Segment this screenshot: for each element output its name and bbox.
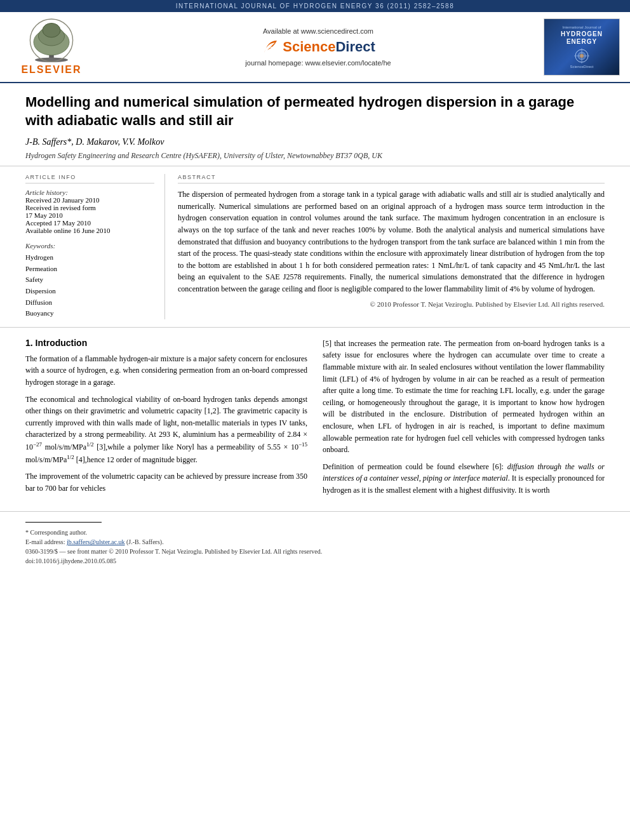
journal-homepage-text: journal homepage: www.elsevier.com/locat…: [93, 59, 544, 67]
article-meta-section: Article Info Article history: Received 2…: [0, 166, 630, 328]
corresponding-author-note: * Corresponding author.: [25, 528, 605, 537]
keyword-buoyancy: Buoyancy: [25, 308, 154, 319]
keywords-label: Keywords:: [25, 242, 154, 250]
history-label: Article history:: [25, 189, 154, 196]
abstract-title: Abstract: [178, 174, 605, 183]
article-footer: * Corresponding author. E-mail address: …: [0, 511, 630, 568]
elsevier-tree-icon: [20, 18, 83, 63]
copyright-line: © 2010 Professor T. Nejat Veziroglu. Pub…: [178, 300, 605, 308]
accepted-date: Accepted 17 May 2010: [25, 219, 154, 227]
article-title-section: Modelling and numerical simulation of pe…: [0, 83, 630, 166]
keyword-hydrogen: Hydrogen: [25, 252, 154, 263]
section-number: 1.: [25, 338, 33, 348]
issn-note: 0360-3199/$ — see front matter © 2010 Pr…: [25, 547, 605, 556]
intro-paragraph-1: The formation of a flammable hydrogen-ai…: [25, 353, 307, 389]
introduction-heading: 1. Introduction: [25, 338, 307, 348]
email-address[interactable]: jb.saffers@ulster.ac.uk: [67, 538, 125, 545]
email-note: E-mail address: jb.saffers@ulster.ac.uk …: [25, 537, 605, 547]
sciencedirect-leaf-icon: [261, 37, 280, 57]
keywords-section: Keywords: Hydrogen Permeation Safety Dis…: [25, 242, 154, 319]
body-left-column: 1. Introduction The formation of a flamm…: [25, 338, 307, 502]
journal-cover-graphic: [569, 48, 594, 64]
keyword-diffusion: Diffusion: [25, 297, 154, 309]
keyword-permeation: Permeation: [25, 263, 154, 275]
affiliation: Hydrogen Safety Engineering and Research…: [25, 151, 605, 161]
right-paragraph-1: [5] that increases the permeation rate. …: [323, 338, 605, 456]
right-paragraph-2: Definition of permeation could be found …: [323, 461, 605, 497]
abstract-column: Abstract The dispersion of permeated hyd…: [165, 174, 605, 319]
elsevier-logo: ELSEVIER: [10, 18, 93, 76]
article-info-column: Article Info Article history: Received 2…: [25, 174, 165, 319]
email-label: E-mail address:: [25, 538, 65, 545]
article-info-title: Article Info: [25, 174, 154, 183]
received-date1: Received 20 January 2010: [25, 196, 154, 204]
sciencedirect-name: ScienceDirect: [283, 39, 375, 55]
footnote-separator: [25, 522, 102, 523]
received-revised-label: Received in revised form: [25, 204, 154, 211]
authors: J-B. Saffers*, D. Makarov, V.V. Molkov: [25, 137, 605, 147]
journal-cover: International Journal of HYDROGENENERGY …: [544, 18, 620, 76]
email-name: (J.-B. Saffers).: [126, 538, 164, 545]
received-revised-date: 17 May 2010: [25, 211, 154, 219]
body-right-column: [5] that increases the permeation rate. …: [323, 338, 605, 502]
corresponding-author-label: * Corresponding author.: [25, 529, 87, 536]
banner: ELSEVIER Available at www.sciencedirect.…: [0, 12, 630, 83]
keyword-dispersion: Dispersion: [25, 286, 154, 297]
intro-paragraph-3: The improvement of the volumetric capaci…: [25, 470, 307, 494]
available-online-date: Available online 16 June 2010: [25, 227, 154, 234]
abstract-text: The dispersion of permeated hydrogen fro…: [178, 189, 605, 295]
sciencedirect-logo: ScienceDirect: [93, 37, 544, 57]
section-title: Introduction: [36, 338, 88, 348]
main-content: 1. Introduction The formation of a flamm…: [0, 328, 630, 512]
elsevier-text: ELSEVIER: [21, 64, 81, 76]
article-title: Modelling and numerical simulation of pe…: [25, 93, 605, 130]
article-history: Article history: Received 20 January 201…: [25, 189, 154, 234]
journal-header-bar: International Journal of Hydrogen Energy…: [0, 0, 630, 12]
keyword-safety: Safety: [25, 274, 154, 286]
available-at-text: Available at www.sciencedirect.com: [93, 27, 544, 35]
intro-paragraph-2: The economical and technological viabili…: [25, 394, 307, 466]
center-banner: Available at www.sciencedirect.com Scien…: [93, 27, 544, 67]
svg-point-4: [43, 23, 60, 37]
doi-note: doi:10.1016/j.ijhydene.2010.05.085: [25, 556, 605, 566]
